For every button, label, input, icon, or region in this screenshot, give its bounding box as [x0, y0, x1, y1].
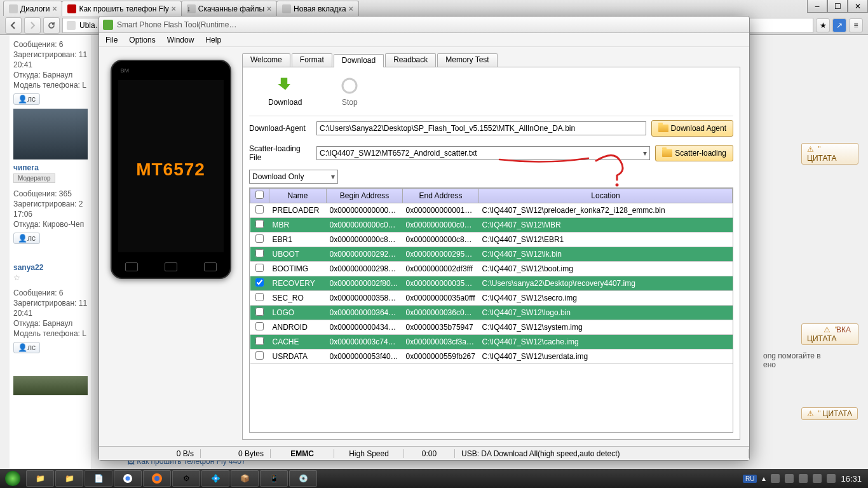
row-checkbox[interactable]	[255, 264, 264, 272]
share-icon[interactable]: ↗	[832, 18, 846, 32]
row-checkbox[interactable]	[255, 220, 264, 228]
table-row[interactable]: BOOTIMG0x00000000029800000x0000000002df3…	[250, 262, 733, 276]
tab-readback[interactable]: Readback	[385, 53, 436, 67]
row-end: 0x000000000001868f	[403, 203, 479, 218]
taskbar-item[interactable]: 📄	[85, 470, 112, 487]
start-button[interactable]	[0, 469, 25, 488]
col-name[interactable]: Name	[269, 189, 327, 203]
star-icon[interactable]: ★	[816, 18, 830, 32]
row-checkbox[interactable]	[255, 308, 264, 316]
taskbar-item[interactable]: 📁	[55, 470, 83, 487]
table-row[interactable]: USRDATA0x0000000053f400000x0000000559fb2…	[250, 349, 733, 364]
quote-button[interactable]: ВКА ⚠ "ЦИТАТА	[801, 323, 858, 345]
scatter-label: Scatter-loading File	[249, 144, 311, 162]
window-maximize-button[interactable]: ☐	[827, 0, 848, 13]
browser-tab-2[interactable]: ↓ Скачанные файлы ×	[181, 1, 277, 16]
menu-file[interactable]: File	[105, 36, 118, 44]
tray-icon[interactable]	[813, 474, 822, 483]
row-begin: 0x0000000003640000	[327, 306, 403, 320]
download-mode-select[interactable]: Download Only	[249, 170, 338, 184]
row-location: C:\IQ4407_SW12\cache.img	[479, 335, 733, 349]
menu-help[interactable]: Help	[205, 36, 221, 44]
language-indicator[interactable]: RU	[743, 475, 757, 483]
clock[interactable]: 16:31	[841, 474, 862, 484]
taskbar-item[interactable]: 📦	[231, 470, 259, 487]
row-checkbox-cell	[250, 276, 269, 291]
row-checkbox[interactable]	[255, 249, 264, 257]
table-row[interactable]: PRELOADER0x00000000000000000x00000000000…	[250, 203, 733, 218]
tray-icon[interactable]	[799, 474, 808, 483]
row-checkbox[interactable]	[255, 234, 264, 243]
menu-options[interactable]: Options	[129, 36, 155, 44]
row-end: 0x0000000036c0ac1	[403, 306, 479, 320]
tab-welcome[interactable]: Welcome	[242, 53, 290, 67]
scatter-button[interactable]: Scatter-loading	[655, 145, 733, 161]
contact-button[interactable]: 👤лс	[13, 233, 40, 244]
col-location[interactable]: Location	[479, 189, 733, 203]
row-checkbox[interactable]	[255, 351, 264, 360]
tab-close-icon[interactable]: ×	[349, 4, 353, 13]
table-row[interactable]: UBOOT0x00000000029200000x000000000295c23…	[250, 247, 733, 262]
taskbar-item[interactable]: ⚙	[172, 470, 200, 487]
forum-right-column: ⚠ "ЦИТАТА ВКА ⚠ "ЦИТАТА ong помогайте в …	[750, 35, 858, 469]
taskbar-item[interactable]: 💠	[201, 470, 229, 487]
taskbar-item[interactable]: 💿	[289, 470, 317, 487]
col-begin[interactable]: Begin Address	[327, 189, 403, 203]
tab-download[interactable]: Download	[334, 54, 384, 67]
window-minimize-button[interactable]: –	[807, 0, 827, 13]
download-arrow-icon	[276, 76, 295, 95]
tab-format[interactable]: Format	[292, 53, 332, 67]
username-link[interactable]: sanya22	[13, 263, 88, 272]
menu-window[interactable]: Window	[167, 36, 194, 44]
select-all-checkbox[interactable]	[255, 191, 264, 199]
quote-button[interactable]: ⚠ "ЦИТАТА	[801, 143, 858, 165]
table-row[interactable]: SEC_RO0x00000000035800000x00000000035a0f…	[250, 291, 733, 306]
app-titlebar[interactable]: Smart Phone Flash Tool(Runtime…	[99, 17, 749, 33]
tray-icon[interactable]	[771, 474, 780, 483]
table-row[interactable]: ANDROID0x00000000043400000x00000035b7594…	[250, 320, 733, 335]
contact-button[interactable]: 👤лс	[13, 342, 40, 353]
table-row[interactable]: CACHE0x000000003c7400000x000000003cf3a0e…	[250, 335, 733, 349]
tray-icon[interactable]	[827, 474, 836, 483]
taskbar-item[interactable]: 📱	[260, 470, 288, 487]
row-checkbox[interactable]	[255, 205, 264, 214]
window-close-button[interactable]: ✕	[848, 0, 868, 13]
row-checkbox[interactable]	[255, 293, 264, 301]
row-checkbox[interactable]	[255, 278, 264, 287]
back-button[interactable]	[5, 17, 22, 34]
taskbar-item[interactable]	[143, 470, 171, 487]
tab-memory-test[interactable]: Memory Test	[437, 53, 497, 67]
reload-button[interactable]	[43, 17, 60, 34]
tray-up-icon[interactable]: ▴	[762, 474, 766, 483]
tab-close-icon[interactable]: ×	[267, 4, 271, 13]
tab-close-icon[interactable]: ×	[172, 4, 176, 13]
warning-icon: ⚠	[824, 325, 831, 334]
browser-tab-0[interactable]: Диалоги ×	[3, 1, 62, 16]
taskbar-item[interactable]: 📁	[26, 470, 54, 487]
download-agent-button[interactable]: Download Agent	[651, 120, 733, 137]
table-row[interactable]: RECOVERY0x0000000002f800000x000000000035…	[250, 276, 733, 291]
quote-button[interactable]: ⚠ "ЦИТАТА	[801, 407, 858, 420]
browser-tab-1[interactable]: Как прошить телефон Fly ×	[62, 1, 181, 16]
user-meta: Откуда: Барнаул	[13, 319, 88, 328]
taskbar-item[interactable]	[114, 470, 142, 487]
tab-close-icon[interactable]: ×	[52, 4, 57, 13]
username-link[interactable]: чипега	[13, 163, 88, 172]
contact-button[interactable]: 👤лс	[13, 93, 40, 105]
user-meta: 17:06	[13, 210, 88, 219]
browser-tab-3[interactable]: Новая вкладка ×	[276, 1, 359, 16]
download-agent-input[interactable]	[316, 121, 646, 135]
scatter-combo[interactable]: C:\IQ4407_SW12\MT6572_Android_scatter.tx…	[316, 146, 650, 160]
table-row[interactable]: MBR0x0000000000c000000x0000000000c001ffC…	[250, 218, 733, 233]
row-checkbox[interactable]	[255, 322, 264, 330]
download-action[interactable]: Download	[268, 76, 302, 107]
menu-icon[interactable]: ≡	[849, 18, 863, 32]
row-checkbox[interactable]	[255, 337, 264, 345]
col-checkbox[interactable]	[250, 189, 269, 203]
col-end[interactable]: End Address	[403, 189, 479, 203]
table-row[interactable]: EBR10x0000000000c800000x0000000000c801ff…	[250, 233, 733, 247]
stop-action[interactable]: Stop	[340, 76, 359, 107]
tray-icon[interactable]	[785, 474, 794, 483]
table-row[interactable]: LOGO0x00000000036400000x0000000036c0ac1C…	[250, 306, 733, 320]
forward-button[interactable]	[24, 17, 41, 34]
